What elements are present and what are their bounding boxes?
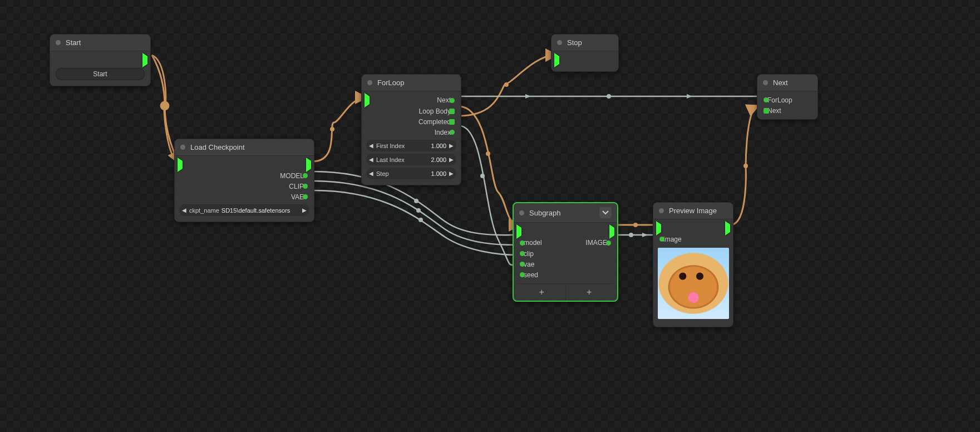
node-title: Subgraph bbox=[529, 209, 599, 217]
collapse-dot-icon[interactable] bbox=[180, 145, 185, 150]
node-header[interactable]: Stop bbox=[551, 35, 618, 51]
exec-out-port[interactable] bbox=[306, 161, 311, 169]
output-port-loop-body[interactable] bbox=[449, 109, 455, 114]
chevron-down-icon bbox=[602, 210, 609, 215]
input-port-vae[interactable] bbox=[520, 262, 525, 267]
exec-in-port[interactable] bbox=[365, 96, 370, 104]
svg-point-13 bbox=[633, 223, 638, 227]
chevron-right-icon[interactable]: ▶ bbox=[449, 156, 454, 163]
svg-marker-15 bbox=[642, 233, 648, 237]
node-header[interactable]: ForLoop bbox=[362, 75, 461, 91]
widget-label: Last Index bbox=[374, 156, 407, 163]
svg-point-12 bbox=[418, 218, 423, 222]
node-stop[interactable]: Stop bbox=[551, 34, 619, 72]
preview-thumbnail[interactable] bbox=[658, 248, 729, 319]
node-start[interactable]: Start Start bbox=[50, 34, 151, 86]
chevron-left-icon[interactable]: ◀ bbox=[368, 170, 374, 176]
input-port-model[interactable] bbox=[520, 240, 525, 246]
output-port-image[interactable] bbox=[606, 240, 611, 246]
input-port-seed[interactable] bbox=[520, 272, 525, 277]
widget-value[interactable]: 1.000 bbox=[407, 143, 449, 149]
play-icon bbox=[142, 53, 147, 67]
svg-point-10 bbox=[414, 199, 418, 203]
node-load-checkpoint[interactable]: Load Checkpoint MODEL CLIP VAE ◀ ckpt_na… bbox=[174, 139, 314, 222]
svg-point-4 bbox=[504, 82, 509, 87]
exec-in-port[interactable] bbox=[554, 56, 559, 64]
node-title: Preview Image bbox=[669, 207, 727, 215]
chevron-left-icon[interactable]: ◀ bbox=[368, 143, 374, 149]
collapse-dot-icon[interactable] bbox=[56, 40, 61, 45]
widget-value[interactable]: 1.000 bbox=[391, 170, 449, 177]
node-title: Load Checkpoint bbox=[190, 143, 308, 151]
node-header[interactable]: Subgraph bbox=[514, 203, 617, 223]
add-input-button[interactable]: + bbox=[518, 284, 565, 301]
node-subgraph[interactable]: Subgraph model IMAGE clip vae bbox=[513, 202, 618, 302]
node-menu-button[interactable] bbox=[599, 207, 612, 218]
node-title: Start bbox=[66, 38, 145, 47]
input-port-image[interactable] bbox=[659, 237, 664, 242]
svg-marker-7 bbox=[525, 94, 531, 99]
input-port-next[interactable] bbox=[764, 108, 769, 114]
chevron-left-icon[interactable]: ◀ bbox=[181, 207, 187, 213]
exec-in-port[interactable] bbox=[178, 161, 183, 169]
node-header[interactable]: Load Checkpoint bbox=[175, 139, 314, 156]
svg-point-2 bbox=[162, 104, 167, 108]
output-port-model[interactable] bbox=[303, 173, 308, 178]
node-title: ForLoop bbox=[377, 78, 455, 87]
widget-step[interactable]: ◀ Step 1.000 ▶ bbox=[366, 168, 456, 179]
chevron-right-icon[interactable]: ▶ bbox=[302, 207, 307, 213]
node-header[interactable]: Start bbox=[50, 35, 150, 51]
widget-label: Step bbox=[374, 170, 391, 177]
chevron-right-icon[interactable]: ▶ bbox=[449, 170, 454, 176]
widget-ckpt-name[interactable]: ◀ ckpt_name SD15\default.safetensors ▶ bbox=[179, 204, 309, 216]
collapse-dot-icon[interactable] bbox=[367, 80, 372, 85]
exec-in-port[interactable] bbox=[516, 228, 521, 235]
input-port-clip[interactable] bbox=[520, 251, 525, 256]
svg-point-5 bbox=[486, 151, 490, 156]
svg-point-14 bbox=[629, 233, 633, 237]
output-port-clip[interactable] bbox=[303, 184, 308, 189]
svg-marker-8 bbox=[687, 94, 692, 99]
exec-out-port[interactable] bbox=[725, 224, 730, 232]
collapse-dot-icon[interactable] bbox=[519, 210, 524, 215]
output-port-index[interactable] bbox=[450, 130, 455, 135]
chevron-right-icon[interactable]: ▶ bbox=[449, 143, 454, 149]
node-forloop[interactable]: ForLoop Next Loop Body Completed Index ◀ bbox=[361, 74, 461, 185]
widget-label: ckpt_name bbox=[187, 207, 221, 214]
chevron-left-icon[interactable]: ◀ bbox=[368, 156, 374, 163]
widget-first-index[interactable]: ◀ First Index 1.000 ▶ bbox=[366, 140, 456, 151]
output-port-completed[interactable] bbox=[449, 119, 455, 125]
collapse-dot-icon[interactable] bbox=[763, 80, 768, 85]
node-graph-canvas[interactable]: Start Start Stop Next ForLoo bbox=[0, 0, 980, 432]
node-title: Next bbox=[773, 78, 812, 87]
output-port-vae[interactable] bbox=[303, 194, 308, 199]
svg-point-9 bbox=[480, 174, 485, 178]
node-next[interactable]: Next ForLoop Next bbox=[757, 74, 818, 120]
output-port-next[interactable] bbox=[450, 98, 455, 103]
svg-point-3 bbox=[330, 127, 334, 131]
svg-point-6 bbox=[607, 94, 611, 99]
exec-in-port[interactable] bbox=[656, 224, 661, 232]
widget-label: First Index bbox=[374, 143, 407, 149]
play-icon bbox=[554, 53, 559, 67]
exec-out-port[interactable] bbox=[609, 228, 614, 235]
widget-value[interactable]: SD15\default.safetensors bbox=[221, 207, 302, 214]
svg-point-11 bbox=[416, 208, 421, 213]
widget-value[interactable]: 2.000 bbox=[407, 156, 449, 163]
node-header[interactable]: Preview Image bbox=[653, 203, 733, 219]
widget-last-index[interactable]: ◀ Last Index 2.000 ▶ bbox=[366, 154, 456, 165]
node-header[interactable]: Next bbox=[757, 75, 818, 91]
add-output-button[interactable]: + bbox=[565, 284, 613, 301]
node-preview-image[interactable]: Preview Image image bbox=[653, 202, 733, 327]
input-port-forloop[interactable] bbox=[764, 97, 769, 102]
collapse-dot-icon[interactable] bbox=[659, 208, 664, 213]
start-button[interactable]: Start bbox=[56, 68, 145, 80]
exec-out-port[interactable] bbox=[142, 56, 147, 64]
node-title: Stop bbox=[567, 38, 613, 47]
collapse-dot-icon[interactable] bbox=[557, 40, 562, 45]
svg-point-16 bbox=[743, 164, 748, 168]
